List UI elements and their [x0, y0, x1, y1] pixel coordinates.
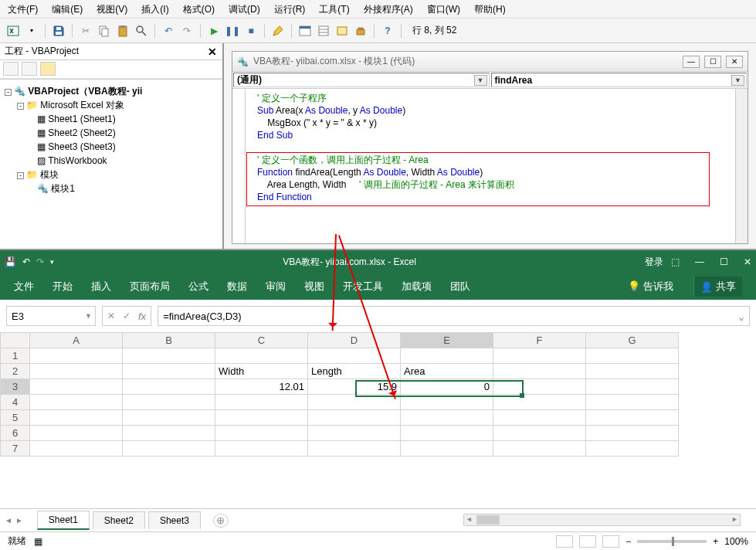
redo-icon[interactable]: ↷ [180, 24, 194, 38]
tab-addins[interactable]: 加载项 [402, 280, 432, 294]
project-tree[interactable]: -🔩 VBAProject（VBA教程- yii -📁 Microsoft Ex… [0, 79, 222, 249]
sheet-tabs-bar: ◄► Sheet1 Sheet2 Sheet3 ⊕ [0, 508, 756, 531]
properties-icon[interactable] [317, 24, 331, 38]
sheet-tab-1[interactable]: Sheet1 [37, 511, 90, 530]
stop-icon[interactable]: ■ [244, 24, 258, 38]
save-icon[interactable]: 💾 [5, 256, 16, 267]
toolbox-icon[interactable] [354, 24, 368, 38]
procedure-dropdown[interactable]: findArea [491, 73, 748, 87]
page-layout-view-icon[interactable] [579, 535, 596, 548]
pause-icon[interactable]: ❚❚ [225, 24, 239, 38]
code-vscroll[interactable] [735, 89, 748, 243]
folder-view-button[interactable] [40, 62, 56, 76]
hscroll[interactable] [463, 514, 741, 526]
qat-customize-icon[interactable]: ▾ [50, 258, 54, 266]
menu-view[interactable]: 视图(V) [97, 3, 127, 15]
view-code-button[interactable] [3, 62, 19, 76]
tab-data[interactable]: 数据 [227, 280, 247, 294]
zoom-slider[interactable] [637, 540, 707, 543]
zoom-level[interactable]: 100% [724, 536, 748, 547]
design-mode-icon[interactable] [271, 24, 285, 38]
macro-record-icon[interactable]: ▦ [34, 536, 42, 547]
menu-window[interactable]: 窗口(W) [427, 3, 460, 15]
project-explorer: 工程 - VBAProject ✕ -🔩 VBAProject（VBA教程- y… [0, 43, 224, 249]
code-window: 🔩 VBA教程- yiibai.com.xlsx - 模块1 (代码) — ☐ … [232, 51, 748, 244]
tab-developer[interactable]: 开发工具 [343, 280, 383, 294]
menu-debug[interactable]: 调试(D) [229, 3, 260, 15]
sheet-tab-3[interactable]: Sheet3 [148, 511, 201, 529]
fx-icon[interactable]: fx [138, 311, 146, 322]
login-label[interactable]: 登录 [645, 256, 663, 269]
redo-icon[interactable]: ↷ [36, 256, 44, 267]
view-excel-icon[interactable] [6, 24, 20, 38]
close-icon[interactable]: ✕ [744, 256, 751, 267]
zoom-out-icon[interactable]: − [625, 536, 631, 547]
cancel-formula-icon[interactable]: ✕ [107, 311, 115, 321]
svg-rect-2 [56, 27, 61, 30]
ribbon-options-icon[interactable]: ⬚ [671, 256, 680, 267]
tab-home[interactable]: 开始 [53, 280, 73, 294]
svg-rect-1 [56, 32, 62, 35]
add-sheet-button[interactable]: ⊕ [213, 514, 229, 528]
normal-view-icon[interactable] [556, 535, 573, 548]
sheet-tab-2[interactable]: Sheet2 [93, 511, 145, 529]
svg-point-7 [137, 26, 143, 32]
name-box[interactable]: E3 [6, 306, 96, 326]
tab-file[interactable]: 文件 [14, 280, 34, 294]
vba-menu-bar[interactable]: 文件(F) 编辑(E) 视图(V) 插入(I) 格式(O) 调试(D) 运行(R… [0, 0, 756, 19]
svg-line-8 [142, 32, 146, 36]
close-icon[interactable]: ✕ [207, 46, 218, 57]
page-break-view-icon[interactable] [602, 535, 619, 548]
status-ready: 就绪 [8, 535, 26, 548]
tell-me[interactable]: 💡 告诉我 [628, 280, 673, 294]
code-editor[interactable]: ' 定义一个子程序 Sub Area(x As Double, y As Dou… [232, 89, 748, 243]
accept-formula-icon[interactable]: ✓ [123, 311, 131, 321]
worksheet-grid[interactable]: A B C D E F G 1 2WidthLengthArea 312.011… [0, 332, 756, 508]
svg-rect-4 [102, 29, 108, 36]
cursor-position: 行 8, 列 52 [412, 24, 456, 37]
svg-rect-0 [8, 26, 19, 36]
tab-formulas[interactable]: 公式 [188, 280, 208, 294]
undo-icon[interactable]: ↶ [161, 24, 175, 38]
maximize-button[interactable]: ☐ [704, 56, 721, 68]
menu-insert[interactable]: 插入(I) [141, 3, 168, 15]
formula-bar[interactable]: =findArea(C3,D3) [158, 306, 750, 326]
copy-icon[interactable] [97, 24, 111, 38]
menu-edit[interactable]: 编辑(E) [52, 3, 83, 15]
share-button[interactable]: 👤 共享 [693, 277, 742, 297]
object-browser-icon[interactable] [335, 24, 349, 38]
tab-review[interactable]: 审阅 [266, 280, 286, 294]
maximize-icon[interactable]: ☐ [720, 256, 728, 267]
minimize-icon[interactable]: — [695, 256, 704, 267]
tab-team[interactable]: 团队 [450, 280, 470, 294]
zoom-in-icon[interactable]: + [713, 536, 718, 547]
tab-view[interactable]: 视图 [304, 280, 324, 294]
status-bar: 就绪 ▦ − + 100% [0, 531, 756, 550]
find-icon[interactable] [134, 24, 148, 38]
run-icon[interactable]: ▶ [207, 24, 221, 38]
minimize-button[interactable]: — [683, 56, 700, 68]
help-icon[interactable]: ? [381, 24, 395, 38]
view-object-button[interactable] [22, 62, 37, 76]
svg-rect-10 [300, 26, 310, 29]
menu-addins[interactable]: 外接程序(A) [364, 3, 413, 15]
tab-layout[interactable]: 页面布局 [130, 280, 170, 294]
menu-run[interactable]: 运行(R) [274, 3, 306, 15]
svg-rect-11 [319, 26, 328, 36]
menu-file[interactable]: 文件(F) [8, 3, 38, 15]
project-explorer-icon[interactable] [298, 24, 312, 38]
cut-icon[interactable]: ✂ [79, 24, 93, 38]
undo-icon[interactable]: ↶ [22, 256, 30, 267]
tab-nav[interactable]: ◄► [5, 516, 23, 525]
paste-icon[interactable] [116, 24, 130, 38]
svg-rect-6 [120, 25, 125, 28]
excel-ribbon[interactable]: 文件 开始 插入 页面布局 公式 数据 审阅 视图 开发工具 加载项 团队 💡 … [0, 273, 756, 300]
save-icon[interactable] [52, 24, 66, 38]
menu-format[interactable]: 格式(O) [183, 3, 215, 15]
code-window-title: VBA教程- yiibai.com.xlsx - 模块1 (代码) [253, 55, 678, 68]
menu-tools[interactable]: 工具(T) [319, 3, 349, 15]
object-dropdown[interactable]: (通用) [233, 73, 490, 87]
tab-insert[interactable]: 插入 [91, 280, 111, 294]
menu-help[interactable]: 帮助(H) [474, 3, 506, 15]
close-button[interactable]: ✕ [726, 56, 743, 68]
